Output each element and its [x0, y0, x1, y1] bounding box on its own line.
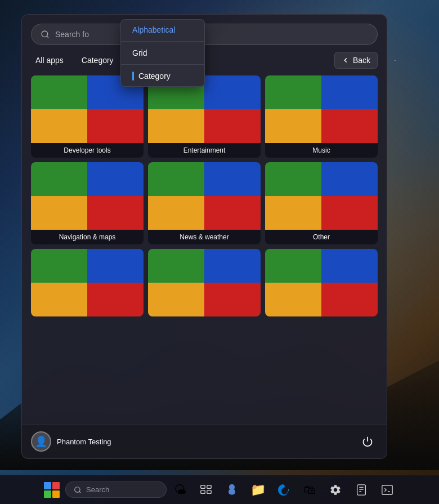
- file-explorer-icon: 📁: [250, 483, 266, 497]
- tile-cell-orange-5: [148, 196, 204, 230]
- taskbar-search[interactable]: Search: [65, 481, 167, 498]
- task-view-icon: [200, 484, 212, 496]
- tile-cell-orange-2: [148, 109, 204, 143]
- tile-cell-red-6: [321, 196, 378, 230]
- tile-icons-row3-2: [148, 249, 261, 316]
- taskbar-item-explorer[interactable]: 📁: [245, 478, 270, 502]
- taskbar-item-terminal[interactable]: [375, 478, 400, 502]
- svg-rect-4: [207, 485, 211, 488]
- tile-icons-navigation: [31, 162, 144, 230]
- widgets-icon: 🌤: [174, 483, 186, 497]
- svg-rect-3: [201, 485, 205, 488]
- store-icon: 🛍: [303, 483, 316, 497]
- svg-rect-6: [207, 490, 211, 493]
- category-tile-news[interactable]: News & weather: [148, 162, 261, 244]
- tile-cell-orange-3: [265, 109, 321, 143]
- tile-cell-green-6: [265, 162, 321, 196]
- settings-icon: [329, 484, 342, 496]
- tile-cell-blue-9: [321, 249, 378, 283]
- tile-cell-red-2: [204, 109, 261, 143]
- power-button[interactable]: [357, 431, 378, 452]
- taskbar-item-store[interactable]: 🛍: [297, 478, 322, 502]
- dropdown-label-grid: Grid: [132, 48, 147, 57]
- category-tile-entertainment[interactable]: Entertainment: [148, 75, 261, 158]
- tile-label-entertainment: Entertainment: [148, 143, 261, 158]
- bottom-bar: 👤 Phantom Testing: [22, 424, 387, 458]
- taskbar-item-widgets[interactable]: 🌤: [168, 478, 192, 502]
- terminal-icon: [381, 484, 393, 496]
- tile-icons-music: [265, 75, 378, 143]
- tile-cell-blue-7: [87, 249, 144, 283]
- category-tile-developer-tools[interactable]: Developer tools: [31, 75, 144, 158]
- category-row-1: Developer tools Entertainment Mu: [31, 75, 378, 158]
- user-info[interactable]: 👤 Phantom Testing: [31, 431, 111, 452]
- svg-rect-11: [382, 485, 392, 494]
- tile-cell-blue-2: [204, 75, 261, 109]
- category-tile-row3-3[interactable]: [265, 249, 378, 316]
- category-row-2: Navigation & maps News & weather: [31, 162, 378, 244]
- chevron-left-icon: [342, 56, 350, 64]
- win-logo-cell-br: [52, 490, 60, 498]
- svg-rect-7: [357, 484, 366, 494]
- category-tile-music[interactable]: Music: [265, 75, 378, 158]
- tile-cell-orange-6: [265, 196, 321, 230]
- search-icon: [41, 30, 50, 39]
- category-button[interactable]: Category: [77, 53, 118, 67]
- category-indicator: [132, 72, 134, 81]
- category-grid: Developer tools Entertainment Mu: [22, 75, 387, 424]
- category-tile-row3-2[interactable]: [148, 249, 261, 316]
- nav-left: All apps Category: [31, 53, 118, 67]
- tile-icons-row3-1: [31, 249, 144, 316]
- tile-cell-blue-8: [204, 249, 261, 283]
- taskbar-item-edge[interactable]: [271, 478, 296, 502]
- power-icon: [362, 436, 373, 447]
- taskbar-search-text: Search: [86, 485, 109, 494]
- taskbar-item-copilot[interactable]: [220, 478, 244, 502]
- tile-icons-news: [148, 162, 261, 230]
- taskbar-search-icon: [74, 486, 82, 494]
- taskbar-item-windows[interactable]: [39, 478, 64, 502]
- all-apps-button[interactable]: All apps: [31, 53, 68, 67]
- taskbar-items: Search 🌤 📁: [39, 478, 400, 502]
- tile-cell-red-1: [87, 109, 144, 143]
- win-logo-cell-tl: [44, 482, 51, 489]
- tile-cell-green-3: [265, 75, 321, 109]
- tile-cell-orange-8: [148, 283, 204, 316]
- tile-label-news: News & weather: [148, 230, 261, 244]
- dropdown-item-category[interactable]: Category: [121, 66, 204, 86]
- tile-label-developer-tools: Developer tools: [31, 143, 144, 158]
- avatar-icon: 👤: [35, 435, 47, 448]
- sort-dropdown: Alphabetical Grid Category: [120, 19, 205, 87]
- avatar: 👤: [31, 431, 51, 452]
- tile-cell-red-5: [204, 196, 261, 230]
- edge-icon: [277, 483, 290, 497]
- tile-cell-blue-3: [321, 75, 378, 109]
- category-tile-other[interactable]: Other: [265, 162, 378, 244]
- category-tile-row3-1[interactable]: [31, 249, 144, 316]
- category-tile-navigation[interactable]: Navigation & maps: [31, 162, 144, 244]
- tile-cell-green-5: [148, 162, 204, 196]
- back-button[interactable]: Back: [334, 52, 378, 69]
- search-input-text: Search fo: [55, 30, 368, 39]
- tile-cell-red-3: [321, 109, 378, 143]
- tile-cell-blue-5: [204, 162, 261, 196]
- tile-cell-orange-7: [31, 283, 87, 316]
- tile-cell-orange-9: [265, 283, 321, 316]
- taskbar-item-settings[interactable]: [323, 478, 348, 502]
- tile-cell-red-8: [204, 283, 261, 316]
- taskbar-item-notepad[interactable]: [349, 478, 374, 502]
- tile-cell-green-1: [31, 75, 87, 109]
- back-label: Back: [353, 56, 370, 65]
- dropdown-label-category: Category: [138, 72, 171, 81]
- tile-label-music: Music: [265, 143, 378, 158]
- dropdown-label-alphabetical: Alphabetical: [132, 25, 175, 34]
- dropdown-divider-1: [121, 41, 204, 42]
- tile-cell-blue-6: [321, 162, 378, 196]
- dropdown-item-alphabetical[interactable]: Alphabetical: [121, 20, 204, 40]
- tile-cell-red-7: [87, 283, 144, 316]
- svg-rect-5: [201, 490, 205, 493]
- tile-cell-green-9: [265, 249, 321, 283]
- tile-cell-green-8: [148, 249, 204, 283]
- taskbar-item-taskview[interactable]: [194, 478, 218, 502]
- dropdown-item-grid[interactable]: Grid: [121, 43, 204, 63]
